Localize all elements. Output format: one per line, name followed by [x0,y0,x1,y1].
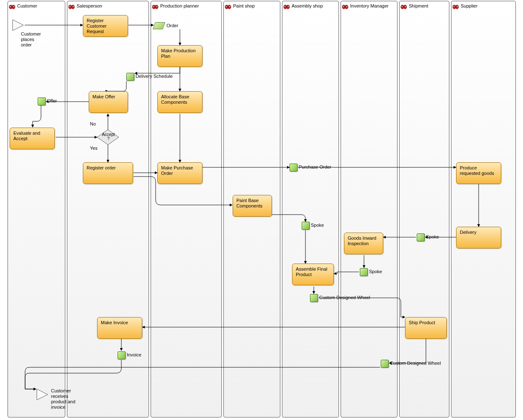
lane-assembly: Assembly shop [282,1,339,417]
lane-title: Paint shop [233,3,255,8]
activity-register-request[interactable]: Register Customer Request [83,15,128,37]
dataobj-label: Invoice [127,352,141,357]
activity-goods-inward[interactable]: Goods Inward Inspection [344,233,383,254]
start-event-label: Customer places order [21,31,46,48]
svg-point-18 [285,6,285,7]
activity-make-plan[interactable]: Make Production Plan [157,45,203,67]
activity-allocate[interactable]: Allocate Base Components [157,91,203,113]
decision-yes-label: Yes [90,146,97,151]
svg-point-15 [229,6,230,7]
dataobj-offer [38,97,46,105]
dataobj-label: Offer [47,98,57,103]
dataobj-label: Order [167,23,178,28]
activity-label: Produce requested goods [460,165,497,176]
activity-label: Register order [87,165,129,171]
svg-point-27 [405,6,406,7]
dataobj-spoke-3 [360,268,368,276]
dataobj-label: Custom Designed Wheel [390,361,441,366]
lane-inventory: Inventory Manager [341,1,397,417]
svg-point-6 [69,6,70,7]
svg-point-30 [454,6,454,7]
activity-label: Assemble Final Product [296,266,330,277]
svg-point-17 [286,5,290,9]
svg-point-5 [71,5,74,9]
lane-title: Shipment [409,3,428,8]
lane-title: Assembly shop [292,3,323,8]
lane-customer: Customer [8,1,65,417]
diagram-canvas: Customer Salesperson Production planner … [0,0,523,420]
dataobj-label: Custom Designed Wheel [319,295,370,300]
svg-point-25 [403,5,407,9]
svg-point-1 [12,5,15,9]
dataobj-label: Delivery Schedule [136,74,173,79]
svg-point-7 [73,6,74,7]
mask-icon [283,3,290,8]
activity-assemble-final[interactable]: Assemble Final Product [292,264,334,285]
dataobj-delivery-schedule [126,73,134,81]
mask-icon [9,3,15,8]
svg-point-19 [288,6,289,7]
activity-label: Goods Inward Inspection [348,236,379,246]
activity-label: Paint Base Components [236,198,268,209]
mask-icon [452,3,459,8]
lane-title: Customer [17,3,37,8]
activity-label: Make Production Plan [161,48,199,59]
activity-label: Evaluate and Accept [13,131,51,141]
end-event-label: Customer receives product and invoice [51,388,80,410]
decision-no-label: No [90,121,96,126]
dataobj-spoke-2 [417,233,425,241]
activity-label: Delivery [460,230,497,235]
activity-delivery[interactable]: Delivery [456,227,501,248]
svg-marker-32 [13,20,23,31]
activity-make-offer[interactable]: Make Offer [89,91,128,113]
end-event [36,388,49,401]
mask-icon [342,3,349,8]
lane-title: Salesperson [77,3,102,8]
lane-title: Supplier [461,3,477,8]
lane-title: Inventory Manager [350,3,389,8]
activity-label: Make Offer [92,94,124,100]
activity-label: Make Purchase Order [161,165,199,176]
svg-point-3 [13,6,14,7]
svg-point-26 [402,6,403,7]
svg-point-23 [346,6,347,7]
start-event [12,19,24,31]
svg-point-2 [10,6,11,7]
mask-icon [152,3,159,8]
activity-evaluate[interactable]: Evaluate and Accept [10,128,55,149]
dataobj-label: Purchase Order [299,164,331,169]
dataobj-label: Spoke [426,234,439,239]
activity-produce-goods[interactable]: Produce requested goods [456,162,501,184]
dataobj-invoice [118,351,126,359]
mask-icon [225,3,231,8]
svg-point-13 [228,5,231,9]
activity-register-order[interactable]: Register order [83,162,133,184]
activity-make-invoice[interactable]: Make Invoice [97,317,142,339]
activity-label: Make Invoice [101,320,138,325]
dataobj-label: Spoke [311,223,324,228]
svg-point-9 [155,5,158,9]
svg-marker-33 [37,389,48,400]
dataobj-wheel-1 [310,294,318,302]
activity-label: Allocate Base Components [161,94,199,105]
dataobj-purchase-order [290,164,297,172]
mask-icon [68,3,75,8]
svg-point-11 [156,6,157,7]
lane-title: Production planner [160,3,199,8]
dataobj-wheel-2 [381,360,389,368]
dataobj-spoke-1 [302,222,310,230]
decision-label: Accept ? [102,133,115,141]
mask-icon [400,3,407,8]
dataobj-label: Spoke [369,269,382,274]
svg-point-21 [345,5,348,9]
svg-point-14 [226,6,227,7]
activity-label: Ship Product [409,320,443,325]
svg-point-10 [153,6,154,7]
activity-label: Register Customer Request [87,18,124,34]
activity-paint-base[interactable]: Paint Base Components [233,195,272,217]
activity-ship-product[interactable]: Ship Product [405,317,447,339]
svg-point-29 [455,5,459,9]
activity-make-po[interactable]: Make Purchase Order [157,162,203,184]
svg-point-31 [457,6,458,7]
lane-supplier: Supplier [451,1,516,417]
